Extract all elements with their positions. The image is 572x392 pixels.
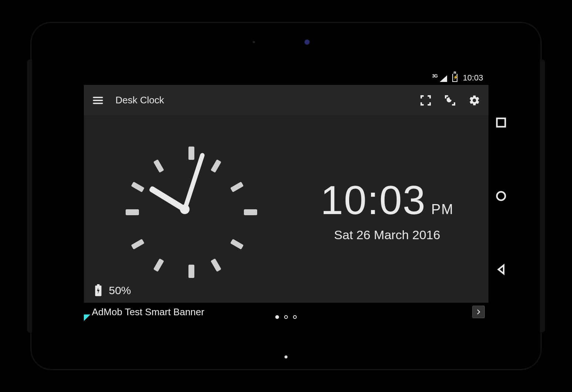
status-time: 10:03 bbox=[463, 73, 483, 83]
app-bar: Desk Clock bbox=[84, 85, 488, 116]
clock-tick bbox=[244, 209, 257, 215]
menu-icon bbox=[92, 94, 104, 106]
time-value: 10:03 bbox=[321, 176, 426, 223]
tablet-frame: 3G 10:03 Desk Clock bbox=[31, 23, 541, 369]
digital-time: 10:03 PM bbox=[321, 176, 454, 223]
back-button[interactable] bbox=[495, 263, 507, 276]
ad-next-button[interactable] bbox=[472, 306, 485, 318]
system-navbar bbox=[488, 71, 514, 321]
gear-icon bbox=[469, 94, 480, 106]
ad-text: AdMob Test Smart Banner bbox=[92, 306, 204, 318]
clock-tick bbox=[153, 159, 164, 173]
home-indicator-icon bbox=[285, 355, 287, 358]
ad-banner[interactable]: AdMob Test Smart Banner bbox=[84, 303, 488, 321]
chevron-right-icon bbox=[475, 309, 482, 315]
page-dot[interactable] bbox=[293, 315, 297, 319]
status-bar: 3G 10:03 bbox=[84, 71, 488, 85]
fullscreen-button[interactable] bbox=[419, 94, 432, 107]
clock-tick bbox=[153, 258, 164, 272]
clock-tick bbox=[188, 147, 194, 160]
home-button[interactable] bbox=[495, 190, 507, 202]
digital-clock-panel: 10:03 PM Sat 26 March 2016 bbox=[286, 176, 488, 242]
svg-rect-3 bbox=[97, 284, 99, 286]
ad-page-dots bbox=[275, 315, 297, 319]
main-content: 10:03 PM Sat 26 March 2016 50% bbox=[84, 116, 488, 303]
front-camera-icon bbox=[304, 39, 310, 45]
night-fullscreen-icon bbox=[444, 94, 456, 106]
clock-tick bbox=[126, 209, 139, 215]
battery-icon bbox=[94, 284, 102, 297]
menu-button[interactable] bbox=[91, 94, 105, 107]
battery-indicator: 50% bbox=[94, 284, 131, 297]
analog-clock bbox=[118, 143, 251, 276]
analog-clock-panel bbox=[84, 143, 286, 276]
clock-tick bbox=[230, 239, 244, 250]
clock-tick bbox=[230, 182, 244, 192]
clock-tick bbox=[211, 258, 221, 272]
settings-button[interactable] bbox=[468, 94, 481, 107]
svg-point-1 bbox=[497, 192, 505, 200]
app-title: Desk Clock bbox=[116, 94, 164, 106]
battery-percent: 50% bbox=[109, 284, 131, 297]
night-fullscreen-button[interactable] bbox=[443, 94, 457, 107]
svg-rect-0 bbox=[497, 118, 505, 127]
clock-hub bbox=[180, 204, 190, 214]
recent-apps-button[interactable] bbox=[495, 116, 507, 129]
date-label: Sat 26 March 2016 bbox=[334, 228, 440, 242]
page-dot[interactable] bbox=[284, 315, 288, 319]
network-label: 3G bbox=[432, 74, 437, 78]
device-edge bbox=[27, 59, 32, 333]
clock-tick bbox=[211, 159, 221, 173]
clock-tick bbox=[131, 239, 144, 250]
device-edge bbox=[540, 59, 545, 333]
signal-icon bbox=[440, 75, 447, 82]
minute-hand bbox=[183, 152, 205, 210]
adchoices-icon[interactable] bbox=[84, 314, 91, 321]
clock-tick bbox=[188, 265, 194, 278]
battery-status-icon bbox=[452, 74, 457, 82]
screen: 3G 10:03 Desk Clock bbox=[84, 71, 488, 321]
sensor-dot-icon bbox=[253, 41, 255, 43]
ampm-label: PM bbox=[431, 202, 454, 217]
fullscreen-icon bbox=[420, 94, 432, 106]
page-dot[interactable] bbox=[275, 315, 279, 319]
clock-tick bbox=[131, 182, 144, 192]
